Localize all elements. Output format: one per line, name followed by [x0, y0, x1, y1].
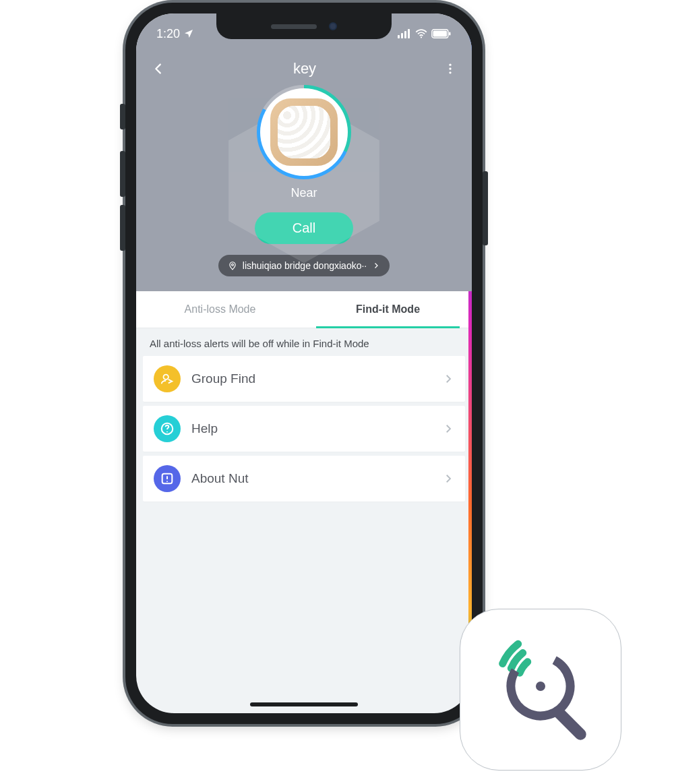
svg-rect-21 [550, 704, 588, 742]
svg-point-20 [536, 682, 545, 691]
svg-point-18 [166, 481, 168, 482]
item-group-find[interactable]: Group Find [143, 356, 465, 402]
svg-point-10 [449, 71, 451, 73]
battery-icon [431, 29, 452, 38]
phone-frame: 1:20 key [125, 3, 483, 724]
item-about[interactable]: About Nut [143, 456, 465, 502]
mode-tabs: Anti-loss Mode Find-it Mode [136, 291, 472, 328]
svg-rect-2 [404, 31, 406, 38]
volume-down [120, 205, 125, 251]
chevron-right-icon [442, 473, 454, 485]
settings-list: Group Find Help About Nut [136, 356, 472, 519]
item-help[interactable]: Help [143, 406, 465, 452]
about-icon [154, 465, 181, 492]
group-find-icon [154, 365, 181, 392]
hero-section: key Near Call lishuiqiao bridge [136, 13, 472, 291]
chevron-right-icon [442, 423, 454, 435]
svg-point-8 [449, 64, 451, 66]
app-icon-overlay [460, 609, 621, 771]
find-app-icon [483, 632, 598, 747]
device-avatar [257, 85, 351, 179]
svg-rect-7 [449, 32, 451, 36]
cell-signal-icon [398, 29, 411, 38]
power-button [483, 171, 488, 245]
front-camera [329, 22, 337, 30]
page-title: key [166, 60, 443, 78]
chevron-right-icon [442, 373, 454, 385]
silence-switch [120, 104, 125, 129]
status-time: 1:20 [156, 27, 180, 41]
svg-point-9 [449, 67, 451, 69]
speaker-grill [271, 24, 317, 29]
help-icon [154, 415, 181, 442]
item-label: Group Find [191, 371, 442, 386]
item-label: Help [191, 421, 442, 436]
screen: 1:20 key [136, 13, 472, 713]
home-indicator[interactable] [250, 702, 358, 706]
mode-note: All anti-loss alerts will be off while i… [136, 328, 472, 356]
tab-anti-loss[interactable]: Anti-loss Mode [136, 291, 304, 328]
svg-rect-1 [401, 33, 403, 38]
proximity-ring [257, 85, 351, 179]
notch [216, 13, 392, 39]
svg-rect-0 [398, 35, 400, 38]
item-label: About Nut [191, 471, 442, 486]
more-icon[interactable] [443, 62, 457, 76]
svg-point-15 [166, 431, 168, 433]
nav-bar: key [136, 55, 472, 82]
svg-rect-3 [408, 29, 410, 38]
tab-find-it[interactable]: Find-it Mode [304, 291, 472, 328]
svg-point-4 [421, 36, 422, 38]
back-icon[interactable] [151, 61, 166, 76]
svg-point-13 [164, 375, 168, 380]
location-arrow-icon [183, 28, 194, 39]
volume-up [120, 151, 125, 197]
svg-rect-6 [433, 31, 448, 37]
tracker-image [270, 98, 338, 166]
wifi-icon [415, 29, 428, 38]
